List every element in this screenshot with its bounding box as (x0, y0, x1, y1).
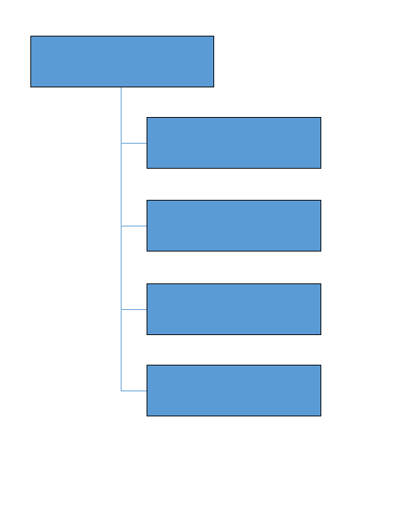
connector-horizontal-2 (121, 226, 147, 226)
connector-horizontal-1 (121, 143, 147, 144)
hierarchy-child-box-2 (147, 200, 321, 252)
connector-horizontal-3 (121, 309, 147, 310)
hierarchy-child-box-3 (147, 283, 321, 335)
hierarchy-root-box (30, 36, 214, 87)
hierarchy-child-box-4 (147, 365, 321, 416)
connector-vertical (121, 87, 122, 391)
hierarchy-child-box-1 (147, 117, 321, 169)
connector-horizontal-4 (121, 391, 147, 391)
